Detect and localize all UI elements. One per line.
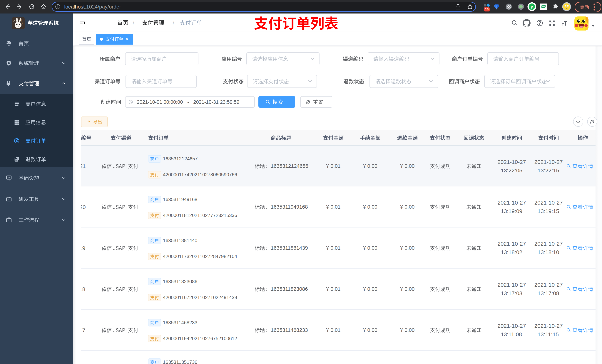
svg-text:y: y <box>531 4 533 9</box>
